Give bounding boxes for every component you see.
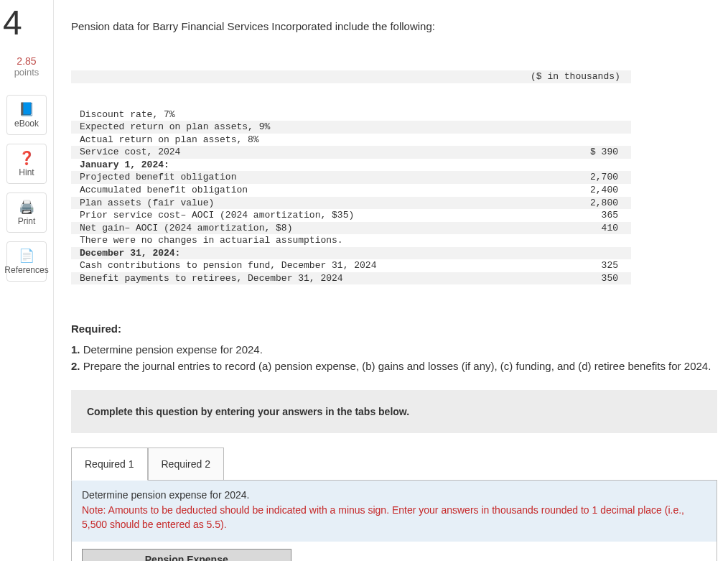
data-row-label: Benefit payments to retirees, December 3… <box>71 272 531 285</box>
sidebar-hint-button[interactable]: ❓Hint <box>6 144 47 184</box>
data-row-label: Net gain– AOCI (2024 amortization, $8) <box>71 222 531 235</box>
data-row-label: January 1, 2024: <box>71 159 531 172</box>
data-row-value <box>531 108 631 121</box>
data-row-label: Expected return on plan assets, 9% <box>71 121 531 134</box>
data-row-value <box>531 159 631 172</box>
data-row: Benefit payments to retirees, December 3… <box>71 272 631 285</box>
data-row-label: Cash contributions to pension fund, Dece… <box>71 259 531 272</box>
data-row: There were no changes in actuarial assum… <box>71 234 631 247</box>
data-row: Accumulated benefit obligation2,400 <box>71 184 631 197</box>
data-row: Prior service cost– AOCI (2024 amortizat… <box>71 209 631 222</box>
data-row: Discount rate, 7% <box>71 108 631 121</box>
data-row-value: 350 <box>531 272 631 285</box>
points-label: points <box>14 67 39 78</box>
data-row: Expected return on plan assets, 9% <box>71 121 631 134</box>
panel-note: Note: Amounts to be deducted should be i… <box>82 504 684 530</box>
tab-required-2[interactable]: Required 2 <box>148 448 225 481</box>
sidebar-hint-label: Hint <box>19 167 34 177</box>
data-row-label: December 31, 2024: <box>71 247 531 260</box>
data-row-label: Accumulated benefit obligation <box>71 184 531 197</box>
required-heading: Required: <box>71 323 728 335</box>
data-row: Net gain– AOCI (2024 amortization, $8)41… <box>71 222 631 235</box>
print-icon: 🖨️ <box>19 199 34 215</box>
question-number: 4 <box>0 3 22 42</box>
data-row: January 1, 2024: <box>71 159 631 172</box>
data-row-label: Prior service cost– AOCI (2024 amortizat… <box>71 209 531 222</box>
data-row-value: 410 <box>531 222 631 235</box>
data-row-value: 2,400 <box>531 184 631 197</box>
data-row: Plan assets (fair value)2,800 <box>71 197 631 210</box>
sidebar-ebook-label: eBook <box>14 119 39 129</box>
main-content: Pension data for Barry Financial Service… <box>54 0 728 561</box>
data-row-value: 325 <box>531 259 631 272</box>
data-row-value: 2,700 <box>531 171 631 184</box>
data-header: ($ in thousands) <box>531 70 631 83</box>
data-row-value <box>531 121 631 134</box>
requirement-item: 2. Prepare the journal entries to record… <box>71 358 728 375</box>
data-row-value <box>531 234 631 247</box>
requirement-item: 1. Determine pension expense for 2024. <box>71 342 728 358</box>
data-row-label: Actual return on plan assets, 8% <box>71 134 531 147</box>
data-row: Actual return on plan assets, 8% <box>71 134 631 147</box>
points-value: 2.85 <box>14 55 39 67</box>
data-row: Projected benefit obligation2,700 <box>71 171 631 184</box>
pe-table-header: Pension Expense <box>83 550 291 561</box>
data-row-label: Plan assets (fair value) <box>71 197 531 210</box>
references-icon: 📄 <box>19 248 34 264</box>
hint-icon: ❓ <box>19 150 34 166</box>
ebook-icon: 📘 <box>19 101 34 117</box>
tabs: Required 1Required 2 <box>71 448 728 481</box>
data-row: Service cost, 2024$ 390 <box>71 146 631 159</box>
intro-text: Pension data for Barry Financial Service… <box>71 20 728 32</box>
panel-prompt: Determine pension expense for 2024. <box>82 489 249 501</box>
data-row-label: Service cost, 2024 <box>71 146 531 159</box>
points-block: 2.85 points <box>14 55 39 78</box>
data-row-value <box>531 247 631 260</box>
tab-required-1[interactable]: Required 1 <box>71 448 148 481</box>
data-row-label: Discount rate, 7% <box>71 108 531 121</box>
requirements-list: 1. Determine pension expense for 2024.2.… <box>71 342 728 374</box>
sidebar: 4 2.85 points 📘eBook❓Hint🖨️Print📄Referen… <box>0 0 54 561</box>
data-row-value <box>531 134 631 147</box>
data-row-label: There were no changes in actuarial assum… <box>71 234 531 247</box>
sidebar-print-button[interactable]: 🖨️Print <box>6 193 47 233</box>
data-row: December 31, 2024: <box>71 247 631 260</box>
data-row-value: 365 <box>531 209 631 222</box>
data-row-label: Projected benefit obligation <box>71 171 531 184</box>
data-row-value: 2,800 <box>531 197 631 210</box>
pension-expense-table: Pension Expense Service cost$Interest co… <box>82 549 349 561</box>
sidebar-ebook-button[interactable]: 📘eBook <box>6 95 47 135</box>
sidebar-references-label: References <box>4 265 48 275</box>
pension-data-table: ($ in thousands) Discount rate, 7%Expect… <box>71 45 631 310</box>
sidebar-references-button[interactable]: 📄References <box>6 241 47 282</box>
sidebar-print-label: Print <box>18 216 36 226</box>
data-row-value: $ 390 <box>531 146 631 159</box>
data-row: Cash contributions to pension fund, Dece… <box>71 259 631 272</box>
panel-instructions: Determine pension expense for 2024. Note… <box>72 481 717 542</box>
tab-panel-required-1: Determine pension expense for 2024. Note… <box>71 480 717 561</box>
instruction-box: Complete this question by entering your … <box>71 390 717 433</box>
